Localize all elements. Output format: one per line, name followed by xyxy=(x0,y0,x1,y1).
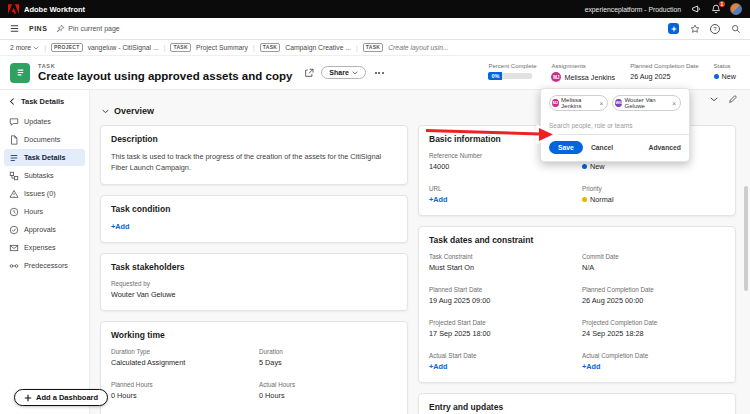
help-icon[interactable] xyxy=(710,24,720,34)
field-priority: Priority Normal xyxy=(582,185,725,204)
megaphone-icon[interactable] xyxy=(690,4,701,15)
breadcrumb-link[interactable]: vangeluw - CitiSignal ... xyxy=(88,44,159,51)
breadcrumb-link[interactable]: Campaign Creative ... xyxy=(285,44,351,51)
environment-label: experienceplatform - Production xyxy=(585,6,681,13)
favorites-star-icon[interactable] xyxy=(689,23,700,34)
assignee-name: Melissa Jenkins xyxy=(564,73,615,82)
advanced-button[interactable]: Advanced xyxy=(649,144,681,151)
sidebar-item-task-details[interactable]: Task Details xyxy=(4,149,85,166)
card-title: Task stakeholders xyxy=(111,262,397,272)
assignments-popup: MJ Melissa Jenkins WG Wouter Van Geluwe … xyxy=(540,88,690,162)
description-text: This task is used to track the progress … xyxy=(111,152,397,173)
assignee-chip-melissa[interactable]: MJ Melissa Jenkins xyxy=(549,95,608,111)
breadcrumb-type: PROJECT xyxy=(51,43,83,52)
task-condition-card: Task condition +Add xyxy=(100,195,408,243)
task-header: TASK Create layout using approved assets… xyxy=(0,56,750,90)
cancel-button[interactable]: Cancel xyxy=(591,144,613,151)
remove-chip-icon[interactable] xyxy=(672,100,676,107)
assignments-value[interactable]: MJ Melissa Jenkins xyxy=(551,72,615,82)
percent-complete-track xyxy=(502,73,532,79)
whats-new-icon[interactable] xyxy=(668,23,679,34)
percent-complete-editor[interactable]: 0% xyxy=(488,72,536,80)
assignee-search-input[interactable] xyxy=(549,119,681,134)
breadcrumb-type: TASK xyxy=(363,43,383,52)
more-options-button[interactable] xyxy=(373,70,386,76)
percent-complete-label: Percent Complete xyxy=(488,63,536,69)
pins-label: PINS xyxy=(29,25,47,32)
breadcrumb-separator xyxy=(356,44,358,51)
remove-chip-icon[interactable] xyxy=(600,100,604,107)
assignee-chip-wouter[interactable]: WG Wouter Van Geluwe xyxy=(612,95,681,111)
user-avatar[interactable] xyxy=(730,3,742,15)
status-label: Status xyxy=(714,63,736,69)
status-metric: Status New xyxy=(714,63,736,82)
field-actual-completion-date: Actual Completion Date +Add xyxy=(582,352,725,371)
share-button[interactable]: Share xyxy=(321,66,365,79)
sidebar-item-predecessors[interactable]: Predecessors xyxy=(4,257,85,274)
issue-icon xyxy=(9,189,19,199)
add-dashboard-button[interactable]: Add a Dashboard xyxy=(14,389,108,406)
planned-completion-value[interactable]: 26 Aug 2025 xyxy=(630,72,698,81)
sidebar-item-documents[interactable]: Documents xyxy=(4,131,85,148)
clock-icon xyxy=(9,207,19,217)
notification-badge: 1 xyxy=(719,1,725,8)
share-button-label: Share xyxy=(329,69,348,76)
panel-back-button[interactable]: Task Details xyxy=(0,94,89,113)
chevron-down-icon xyxy=(33,46,39,50)
planned-completion-label: Planned Completion Date xyxy=(630,63,698,69)
sidebar-item-updates[interactable]: Updates xyxy=(4,113,85,130)
field-planned-hours: Planned Hours 0 Hours xyxy=(111,381,249,400)
sidebar-item-approvals[interactable]: Approvals xyxy=(4,221,85,238)
edit-pencil-icon[interactable] xyxy=(728,94,738,104)
comment-icon xyxy=(9,117,19,127)
sidebar-item-issues[interactable]: Issues (0) xyxy=(4,185,85,202)
task-dates-card: Task dates and constraint Task Constrain… xyxy=(418,226,736,383)
field-planned-start-date: Planned Start Date 19 Aug 2025 09:00 xyxy=(429,286,572,305)
assignments-metric: Assignments MJ Melissa Jenkins xyxy=(551,63,615,83)
assignee-avatar: MJ xyxy=(551,72,561,82)
pin-icon xyxy=(56,24,65,33)
pin-current-page-button[interactable]: Pin current page xyxy=(56,24,119,33)
field-actual-hours: Actual Hours 0 Hours xyxy=(259,381,397,400)
breadcrumb-more[interactable]: 2 more xyxy=(10,44,39,51)
approval-check-icon xyxy=(9,225,19,235)
page-title: Create layout using approved assets and … xyxy=(38,70,292,82)
add-actual-start-link[interactable]: +Add xyxy=(429,362,447,371)
task-stakeholders-card: Task stakeholders Requested by Wouter Va… xyxy=(100,253,408,311)
field-projected-completion-date: Projected Completion Date 24 Sep 2025 18… xyxy=(582,319,725,338)
search-icon[interactable] xyxy=(730,23,741,34)
save-button[interactable]: Save xyxy=(549,141,583,154)
breadcrumb-separator xyxy=(44,44,46,51)
breadcrumb-link[interactable]: Project Summary xyxy=(196,44,248,51)
list-icon xyxy=(9,153,19,163)
hamburger-menu-icon[interactable] xyxy=(9,23,20,34)
adobe-logo-icon xyxy=(8,4,19,14)
share-export-icon[interactable] xyxy=(304,68,314,78)
add-task-condition-link[interactable]: +Add xyxy=(111,222,129,231)
card-title: Entry and updates xyxy=(429,402,725,412)
chevron-down-icon xyxy=(352,71,358,75)
field-duration: Duration 5 Days xyxy=(259,348,397,367)
collapse-all-icon[interactable] xyxy=(710,97,718,102)
bell-icon[interactable]: 1 xyxy=(710,4,721,15)
working-time-card: Working time Duration Type Calculated As… xyxy=(100,321,408,414)
field-projected-start-date: Projected Start Date 17 Sep 2025 18:00 xyxy=(429,319,572,338)
add-actual-completion-link[interactable]: +Add xyxy=(582,362,600,371)
card-title: Working time xyxy=(111,330,397,340)
sidebar-item-subtasks[interactable]: Subtasks xyxy=(4,167,85,184)
add-url-link[interactable]: +Add xyxy=(429,195,447,204)
chip-avatar: WG xyxy=(615,99,622,107)
status-value[interactable]: New xyxy=(714,72,736,81)
breadcrumb-type: TASK xyxy=(260,43,280,52)
sidebar-item-expenses[interactable]: Expenses xyxy=(4,239,85,256)
card-title: Task dates and constraint xyxy=(429,235,725,245)
percent-complete-value: 0% xyxy=(488,72,502,80)
task-type-icon xyxy=(10,63,30,83)
chevron-down-icon xyxy=(102,109,109,114)
card-title: Description xyxy=(111,134,397,144)
sidebar-item-hours[interactable]: Hours xyxy=(4,203,85,220)
vertical-scrollbar[interactable] xyxy=(744,186,748,291)
field-duration-type: Duration Type Calculated Assignment xyxy=(111,348,249,367)
status-dot xyxy=(714,74,719,79)
breadcrumb-type: TASK xyxy=(170,43,190,52)
